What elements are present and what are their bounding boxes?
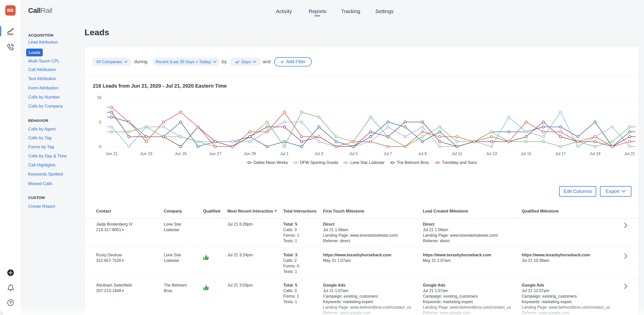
svg-text:Jun 25: Jun 25 — [175, 152, 187, 156]
svg-text:0: 0 — [99, 145, 101, 149]
svg-text:Jul 15: Jul 15 — [521, 152, 532, 156]
svg-text:Jun 21: Jun 21 — [106, 152, 118, 156]
svg-text:Jul 7: Jul 7 — [384, 152, 392, 156]
svg-text:Jul 11: Jul 11 — [452, 152, 462, 156]
svg-text:Jun 23: Jun 23 — [140, 152, 152, 156]
svg-text:Jun 27: Jun 27 — [209, 152, 221, 156]
svg-text:Jul 21: Jul 21 — [624, 152, 635, 156]
svg-text:Jul 3: Jul 3 — [315, 152, 323, 156]
svg-text:10: 10 — [97, 95, 101, 100]
svg-text:Jun 29: Jun 29 — [244, 152, 256, 156]
svg-text:5: 5 — [99, 120, 101, 124]
svg-text:?: ? — [9, 300, 12, 305]
svg-text:Jul 13: Jul 13 — [486, 152, 497, 156]
svg-text:Jul 5: Jul 5 — [349, 152, 358, 156]
svg-text:Jul 9: Jul 9 — [418, 152, 427, 156]
svg-text:Jul 1: Jul 1 — [280, 152, 289, 156]
svg-text:Jul 19: Jul 19 — [590, 152, 600, 156]
svg-text:Jul 17: Jul 17 — [555, 152, 566, 156]
